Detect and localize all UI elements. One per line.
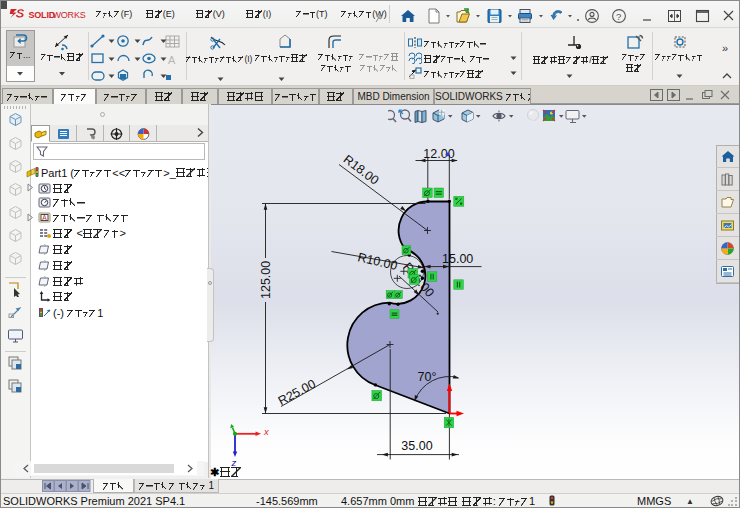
svg-text:WORKS: WORKS bbox=[53, 10, 86, 20]
svg-text:R25.00: R25.00 bbox=[276, 377, 318, 408]
svg-text:?: ? bbox=[616, 11, 621, 22]
svg-text:15.00: 15.00 bbox=[442, 252, 473, 266]
svg-text:70°: 70° bbox=[418, 370, 437, 384]
svg-text:A: A bbox=[42, 214, 47, 221]
svg-text:A: A bbox=[168, 54, 176, 66]
svg-text:x: x bbox=[263, 426, 270, 437]
svg-text:35.00: 35.00 bbox=[401, 439, 432, 453]
svg-text:125.00: 125.00 bbox=[259, 261, 273, 299]
svg-text:R10.00: R10.00 bbox=[356, 250, 398, 273]
svg-text:12.00: 12.00 bbox=[423, 147, 454, 161]
